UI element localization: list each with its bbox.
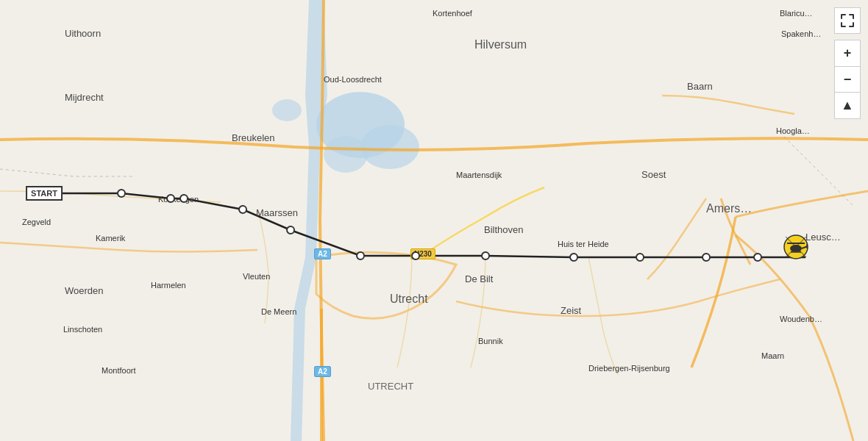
road-label-a2-south: A2 (314, 366, 331, 377)
north-button[interactable]: ▲ (834, 93, 861, 119)
waypoint-5 (286, 226, 295, 234)
zoom-out-button[interactable]: − (834, 66, 861, 93)
svg-point-4 (272, 99, 302, 121)
map-controls: + − ▲ (834, 7, 861, 119)
waypoint-4 (238, 205, 247, 214)
waypoint-3 (179, 194, 188, 203)
waypoint-2 (166, 194, 175, 203)
fullscreen-button[interactable] (834, 7, 861, 34)
map-container: Uithoorn Mijdrecht Zegveld Kamerik Woerd… (0, 0, 868, 441)
svg-rect-0 (0, 0, 868, 441)
map-background (0, 0, 868, 441)
svg-point-2 (360, 125, 419, 169)
waypoint-11 (702, 253, 711, 262)
waypoint-8 (481, 251, 490, 260)
zoom-in-button[interactable]: + (834, 40, 861, 66)
svg-point-3 (324, 136, 368, 173)
waypoint-12 (753, 253, 762, 262)
helicopter-icon (781, 232, 811, 265)
start-marker: START (26, 186, 63, 201)
waypoint-10 (636, 253, 644, 262)
road-label-a2-north: A2 (314, 248, 331, 259)
waypoint-9 (569, 253, 578, 262)
waypoint-7 (411, 251, 420, 260)
waypoint-6 (356, 251, 365, 260)
waypoint-1 (117, 189, 126, 198)
